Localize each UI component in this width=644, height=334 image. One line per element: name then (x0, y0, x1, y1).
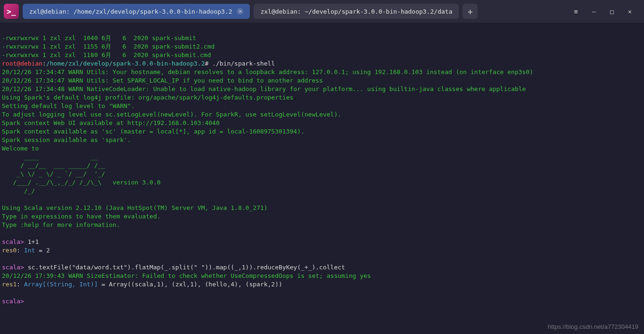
ascii-art-line: / __/__ ___ _____/ /__ (2, 162, 105, 169)
close-button[interactable]: ✕ (625, 7, 635, 16)
tab-inactive[interactable]: zxl@debian: ~/develop/spark-3.0.0-bin-ha… (254, 4, 459, 19)
ascii-art-line: /_/ (2, 187, 35, 194)
info-line: Type in expressions to have them evaluat… (2, 213, 161, 220)
repl-line: scala> sc.textFile("data/word.txt").flat… (2, 264, 345, 271)
watermark: https://blog.csdn.net/a772304419 (548, 323, 638, 330)
shell-prompt-line: root@debian:/home/zxl/develop/spark-3.0.… (2, 60, 275, 67)
close-icon[interactable]: ✕ (237, 8, 243, 15)
log-line: To adjust logging level use sc.setLogLev… (2, 111, 341, 118)
warn-line: 20/12/26 17:34:47 WARN Utils: Your hostn… (2, 68, 533, 75)
ascii-art-line: /___/ .__/\_,_/_/ /_/\_\ version 3.0.0 (2, 179, 161, 186)
tab-inactive-label: zxl@debian: ~/develop/spark-3.0.0-bin-ha… (260, 8, 452, 15)
scala-prompt: scala> (2, 238, 24, 245)
menu-icon[interactable]: ≡ (571, 7, 581, 16)
ls-line: -rwxrwxrwx 1 zxl zxl 1040 6月 6 2020 spar… (2, 34, 196, 42)
repl-cmd: 1+1 (24, 238, 39, 245)
maximize-button[interactable]: □ (607, 7, 617, 16)
window-controls: ≡ — □ ✕ (571, 7, 640, 16)
log-line: Using Spark's default log4j profile: org… (2, 94, 293, 101)
repl-line: scala> 1+1 (2, 238, 39, 245)
repl-result: res1: Array[(String, Int)] = Array((scal… (2, 281, 282, 288)
minimize-button[interactable]: — (589, 7, 599, 16)
blank-line (2, 230, 6, 237)
scala-prompt: scala> (2, 298, 24, 305)
ls-line: -rwxrwxrwx 1 zxl zxl 1155 6月 6 2020 spar… (2, 43, 215, 50)
blank-line (2, 289, 6, 296)
warn-line: 20/12/26 17:34:47 WARN Utils: Set SPARK_… (2, 77, 323, 84)
blank-line (2, 255, 6, 262)
prompt-cmd: ./bin/spark-shell (208, 60, 275, 67)
prompt-user: root@debian (2, 60, 42, 67)
log-line: Spark context available as 'sc' (master … (2, 128, 305, 135)
titlebar: >_ zxl@debian: /home/zxl/develop/spark-3… (0, 0, 644, 23)
info-line: Type :help for more information. (2, 221, 120, 228)
ascii-art-line: ____ __ (2, 153, 98, 160)
log-line: Spark context Web UI available at http:/… (2, 119, 220, 126)
log-line: Spark session available as 'spark'. (2, 136, 131, 143)
terminal-output[interactable]: -rwxrwxrwx 1 zxl zxl 1040 6月 6 2020 spar… (0, 23, 644, 309)
log-line: Setting default log level to "WARN". (2, 102, 135, 109)
warn-line: 20/12/26 17:34:48 WARN NativeCodeLoader:… (2, 85, 526, 92)
ascii-art-line: _\ \/ _ \/ _ `/ __/ '_/ (2, 170, 105, 177)
welcome-line: Welcome to (2, 145, 39, 152)
tab-active-label: zxl@debian: /home/zxl/develop/spark-3.0.… (29, 8, 232, 15)
scala-prompt: scala> (2, 264, 24, 271)
tab-active[interactable]: zxl@debian: /home/zxl/develop/spark-3.0.… (23, 4, 250, 19)
ls-line: -rwxrwxrwx 1 zxl zxl 1180 6月 6 2020 spar… (2, 51, 211, 58)
repl-cmd: sc.textFile("data/word.txt").flatMap(_.s… (24, 264, 345, 271)
info-line: Using Scala version 2.12.10 (Java HotSpo… (2, 204, 268, 211)
repl-result: res0: Int = 2 (2, 247, 50, 254)
app-icon[interactable]: >_ (4, 4, 19, 19)
new-tab-button[interactable]: + (462, 4, 478, 19)
prompt-path: /home/zxl/develop/spark-3.0.0-bin-hadoop… (46, 60, 205, 67)
warn-line: 20/12/26 17:39:43 WARN SizeEstimator: Fa… (2, 272, 371, 279)
